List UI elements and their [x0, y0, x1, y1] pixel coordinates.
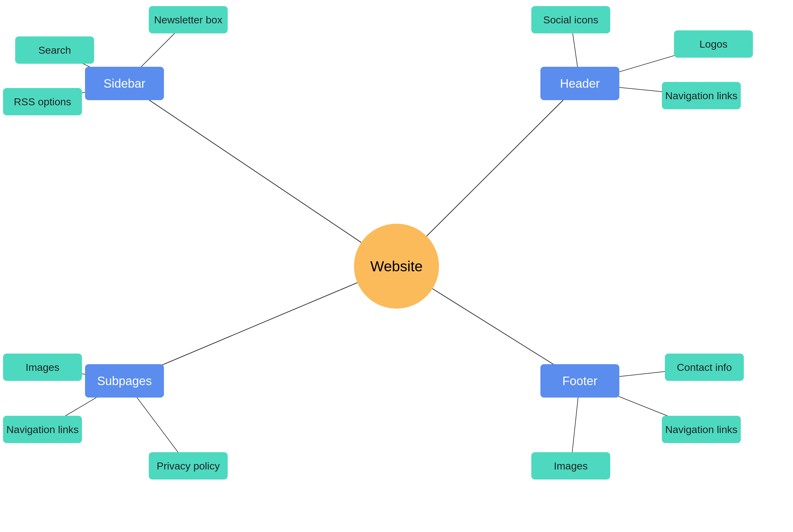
newsletter-label: Newsletter box	[154, 14, 223, 26]
subpages-node: Subpages	[85, 364, 164, 398]
images-footer-node: Images	[531, 452, 610, 479]
svg-line-0	[125, 83, 396, 266]
logos-label: Logos	[699, 38, 728, 50]
privacy-label: Privacy policy	[157, 460, 220, 472]
search-node: Search	[15, 36, 94, 64]
search-label: Search	[38, 44, 71, 56]
footer-label: Footer	[562, 374, 598, 388]
rss-node: RSS options	[3, 88, 82, 115]
header-node: Header	[541, 67, 619, 100]
images-footer-label: Images	[554, 460, 588, 472]
nav-footer-node: Navigation links	[662, 416, 741, 443]
header-label: Header	[560, 77, 600, 91]
center-node: Website	[354, 224, 439, 309]
social-label: Social icons	[543, 14, 598, 26]
nav-header-label: Navigation links	[665, 90, 737, 102]
logos-node: Logos	[674, 30, 753, 58]
contact-node: Contact info	[665, 354, 744, 381]
images-sub-node: Images	[3, 354, 82, 381]
subpages-label: Subpages	[97, 374, 152, 388]
nav-sub-node: Navigation links	[3, 416, 82, 443]
contact-label: Contact info	[677, 361, 732, 373]
diagram-container: Website Sidebar Header Subpages Footer S…	[0, 0, 793, 532]
images-sub-label: Images	[25, 361, 59, 373]
rss-label: RSS options	[14, 96, 71, 108]
privacy-node: Privacy policy	[149, 452, 228, 479]
sidebar-node: Sidebar	[85, 67, 164, 100]
social-node: Social icons	[531, 6, 610, 33]
sidebar-label: Sidebar	[103, 77, 146, 91]
svg-line-2	[125, 266, 396, 381]
footer-node: Footer	[541, 364, 619, 398]
nav-sub-label: Navigation links	[6, 424, 79, 436]
newsletter-node: Newsletter box	[149, 6, 228, 33]
nav-footer-label: Navigation links	[665, 424, 737, 436]
center-label: Website	[371, 258, 423, 274]
nav-header-node: Navigation links	[662, 82, 741, 109]
